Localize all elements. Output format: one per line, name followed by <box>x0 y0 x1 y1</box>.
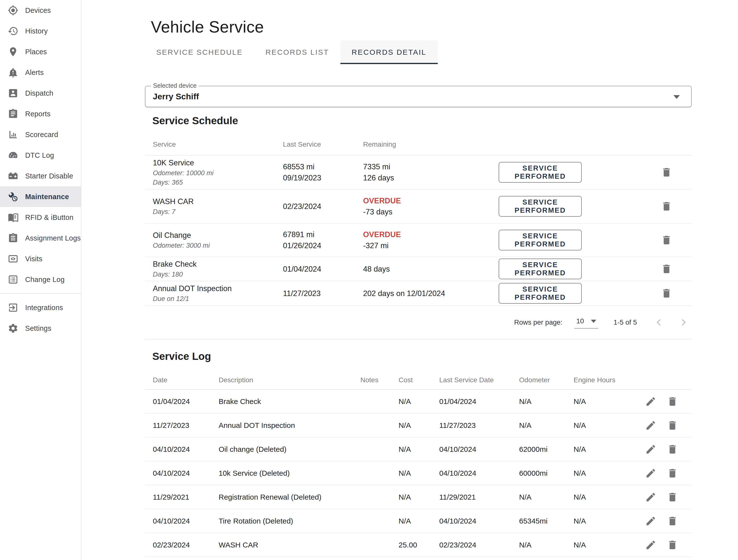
log-table-row: 11/27/2023 Annual DOT Inspection N/A 11/… <box>145 414 692 438</box>
sidebar-item-integrations[interactable]: Integrations <box>0 297 81 318</box>
page-title: Vehicle Service <box>151 17 692 36</box>
previous-page-button[interactable] <box>653 317 665 328</box>
delete-button[interactable] <box>660 199 673 213</box>
delete-button[interactable] <box>666 419 679 432</box>
sidebar-item-reports[interactable]: Reports <box>0 103 81 124</box>
cell-cost: N/A <box>399 493 439 501</box>
sidebar-item-maintenance[interactable]: Maintenance <box>0 186 81 207</box>
edit-button[interactable] <box>644 466 658 480</box>
remaining-value: -73 days <box>363 206 499 217</box>
sidebar-item-scorecard[interactable]: Scorecard <box>0 124 81 145</box>
cell-engine-hours: N/A <box>574 421 633 430</box>
cell-description: WASH CAR <box>219 541 360 549</box>
edit-button[interactable] <box>644 538 658 552</box>
last-service-value: 01/26/2024 <box>283 240 363 251</box>
service-performed-button[interactable]: SERVICE PERFORMED <box>499 258 582 279</box>
trash-icon <box>667 492 678 503</box>
cell-description: Brake Check <box>219 397 360 406</box>
tab-records-detail[interactable]: RECORDS DETAIL <box>340 40 438 64</box>
column-header-engine-hours: Engine Hours <box>574 376 633 384</box>
delete-button[interactable] <box>666 442 679 456</box>
cell-date: 04/10/2024 <box>153 469 219 477</box>
trash-icon <box>661 234 672 246</box>
sidebar-item-dispatch[interactable]: Dispatch <box>0 83 81 103</box>
edit-button[interactable] <box>644 514 658 528</box>
cell-last-service-date: 04/10/2024 <box>439 445 519 454</box>
device-select-label: Selected device <box>151 82 199 89</box>
delete-button[interactable] <box>660 262 673 276</box>
cell-engine-hours: N/A <box>574 445 633 454</box>
log-table-row: 11/29/2021 Registration Renewal (Deleted… <box>145 485 692 509</box>
sidebar-item-visits[interactable]: Visits <box>0 248 81 269</box>
last-service-value: 01/04/2024 <box>283 263 363 274</box>
cell-last-service: 11/27/2023 <box>283 288 363 299</box>
schedule-heading: Service Schedule <box>152 115 692 127</box>
service-detail: Days: 7 <box>153 207 283 216</box>
sidebar-item-assignment-logs[interactable]: Assignment Logs <box>0 228 81 248</box>
delete-button[interactable] <box>666 395 679 409</box>
sidebar-item-label: Maintenance <box>25 193 69 201</box>
cell-description: Tire Rotation (Deleted) <box>219 517 360 525</box>
cell-description: Registration Renewal (Deleted) <box>219 493 360 501</box>
schedule-table-body: 10K ServiceOdometer: 10000 miDays: 365 6… <box>145 155 692 306</box>
sidebar-item-settings[interactable]: Settings <box>0 318 81 339</box>
edit-icon <box>645 515 656 527</box>
edit-button[interactable] <box>644 442 658 456</box>
schedule-table-row: Oil ChangeOdometer: 3000 mi 67891 mi01/2… <box>145 223 692 257</box>
last-service-value: 11/27/2023 <box>283 288 363 299</box>
service-detail: Days: 180 <box>153 269 283 279</box>
service-performed-button[interactable]: SERVICE PERFORMED <box>499 230 582 250</box>
service-performed-button[interactable]: SERVICE PERFORMED <box>499 283 582 304</box>
chevron-right-icon <box>679 317 689 328</box>
schedule-table-header: Service Last Service Remaining <box>145 134 692 155</box>
tab-service-schedule[interactable]: SERVICE SCHEDULE <box>145 40 254 64</box>
log-table-body: 01/04/2024 Brake Check N/A 01/04/2024 N/… <box>145 390 692 557</box>
cell-last-service: 68553 mi09/19/2023 <box>283 161 363 183</box>
trash-icon <box>661 263 672 274</box>
sidebar-item-label: History <box>25 27 48 35</box>
rows-per-page-select[interactable]: 10 <box>574 316 598 329</box>
sidebar-item-change-log[interactable]: Change Log <box>0 269 81 290</box>
delete-button[interactable] <box>666 514 679 528</box>
section-divider <box>145 339 692 340</box>
cell-date: 04/10/2024 <box>153 517 219 525</box>
device-select[interactable]: Selected device Jerry Schiff <box>145 86 692 107</box>
cell-service: Brake CheckDays: 180 <box>153 259 283 279</box>
last-service-value: 67891 mi <box>283 229 363 240</box>
tab-records-list[interactable]: RECORDS LIST <box>254 40 340 64</box>
edit-icon <box>645 420 656 431</box>
service-detail: Due on 12/1 <box>153 294 283 304</box>
column-header-description: Description <box>219 376 360 384</box>
service-performed-button[interactable]: SERVICE PERFORMED <box>499 162 582 183</box>
column-header-notes: Notes <box>360 376 399 384</box>
column-header-date: Date <box>153 376 219 384</box>
cell-date: 04/10/2024 <box>153 445 219 454</box>
log-table-row: 04/10/2024 10k Service (Deleted) N/A 04/… <box>145 461 692 485</box>
sidebar-item-alerts[interactable]: Alerts <box>0 62 81 83</box>
log-table-row: 04/10/2024 Oil change (Deleted) N/A 04/1… <box>145 438 692 461</box>
cell-last-service-date: 01/04/2024 <box>439 397 519 406</box>
delete-button[interactable] <box>666 538 679 552</box>
sidebar-item-places[interactable]: Places <box>0 41 81 62</box>
gauge-icon <box>7 150 19 161</box>
chevron-left-icon <box>654 317 664 328</box>
edit-button[interactable] <box>644 419 658 432</box>
edit-icon <box>645 396 656 407</box>
next-page-button[interactable] <box>678 317 690 328</box>
delete-button[interactable] <box>660 165 673 179</box>
sidebar-item-starter-disable[interactable]: Starter Disable <box>0 166 81 186</box>
delete-button[interactable] <box>660 233 673 247</box>
edit-button[interactable] <box>644 395 658 409</box>
sidebar-item-dtc-log[interactable]: DTC Log <box>0 145 81 166</box>
sidebar-item-label: Starter Disable <box>25 172 73 180</box>
sidebar-item-devices[interactable]: Devices <box>0 0 81 21</box>
delete-button[interactable] <box>660 287 673 300</box>
edit-button[interactable] <box>644 490 658 504</box>
service-performed-button[interactable]: SERVICE PERFORMED <box>499 196 582 217</box>
sidebar-item-rfid-ibutton[interactable]: RFID & iButton <box>0 207 81 228</box>
visits-icon <box>7 253 19 264</box>
sidebar-item-label: Assignment Logs <box>25 234 81 242</box>
delete-button[interactable] <box>666 490 679 504</box>
delete-button[interactable] <box>666 466 679 480</box>
sidebar-item-history[interactable]: History <box>0 21 81 41</box>
